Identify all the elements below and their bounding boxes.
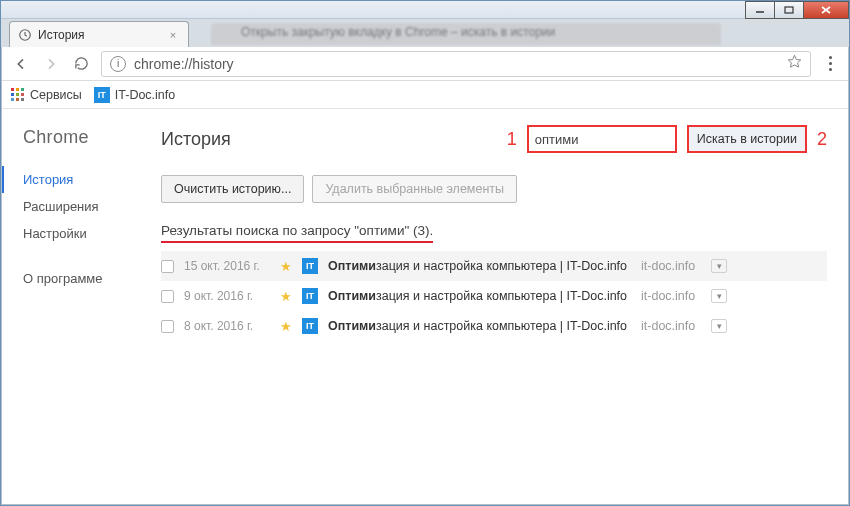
row-date: 8 окт. 2016 г. [184, 319, 270, 333]
row-domain: it-doc.info [641, 319, 695, 333]
bookmark-star-icon: ★ [280, 259, 292, 274]
svg-line-3 [822, 7, 830, 13]
address-bar[interactable]: i chrome://history [101, 51, 811, 77]
history-search-button[interactable]: Искать в истории [687, 125, 807, 153]
row-title: Оптимизация и настройка компьютера | IT-… [328, 289, 627, 303]
sidebar: Chrome История Расширения Настройки О пр… [1, 109, 151, 506]
sidebar-item-settings[interactable]: Настройки [23, 220, 151, 247]
bookmark-item[interactable]: IT IT-Doc.info [94, 87, 175, 103]
forward-button[interactable] [41, 54, 61, 74]
sidebar-item-label: О программе [23, 271, 103, 286]
brand-title: Chrome [23, 127, 151, 148]
history-main: История 1 Искать в истории 2 Очистить ис… [151, 109, 849, 506]
svg-marker-5 [788, 55, 801, 67]
apps-label: Сервисы [30, 88, 82, 102]
sidebar-item-label: Расширения [23, 199, 99, 214]
row-checkbox[interactable] [161, 320, 174, 333]
sidebar-item-label: Настройки [23, 226, 87, 241]
history-row[interactable]: 9 окт. 2016 г. ★ IT Оптимизация и настро… [161, 281, 827, 311]
row-date: 15 окт. 2016 г. [184, 259, 270, 273]
toolbar: i chrome://history [1, 47, 849, 81]
sidebar-item-history[interactable]: История [1, 166, 151, 193]
apps-shortcut[interactable]: Сервисы [11, 88, 82, 102]
sidebar-item-extensions[interactable]: Расширения [23, 193, 151, 220]
row-title: Оптимизация и настройка компьютера | IT-… [328, 319, 627, 333]
row-checkbox[interactable] [161, 290, 174, 303]
bookmark-star-icon: ★ [280, 289, 292, 304]
annotation-1: 1 [507, 129, 517, 150]
row-domain: it-doc.info [641, 259, 695, 273]
site-info-icon[interactable]: i [110, 56, 126, 72]
url-text: chrome://history [134, 56, 234, 72]
window-minimize-button[interactable] [745, 1, 775, 19]
window-controls [746, 1, 849, 19]
os-titlebar [1, 1, 849, 19]
row-title: Оптимизация и настройка компьютера | IT-… [328, 259, 627, 273]
it-favicon-icon: IT [302, 258, 318, 274]
row-checkbox[interactable] [161, 260, 174, 273]
history-icon [18, 28, 32, 42]
history-row[interactable]: 8 окт. 2016 г. ★ IT Оптимизация и настро… [161, 311, 827, 341]
svg-line-2 [822, 7, 830, 13]
sidebar-item-label: История [23, 172, 73, 187]
bookmarks-bar: Сервисы IT IT-Doc.info [1, 81, 849, 109]
row-actions-button[interactable]: ▾ [711, 289, 727, 303]
sidebar-item-about[interactable]: О программе [23, 265, 151, 292]
svg-rect-1 [785, 7, 793, 13]
settings-page: Chrome История Расширения Настройки О пр… [1, 109, 849, 506]
page-title: История [161, 129, 231, 150]
it-favicon-icon: IT [94, 87, 110, 103]
tab-strip: Открыть закрытую вкладку в Chrome – иска… [1, 19, 849, 47]
row-date: 9 окт. 2016 г. [184, 289, 270, 303]
search-results-summary: Результаты поиска по запросу "оптими" (3… [161, 223, 433, 243]
window-maximize-button[interactable] [774, 1, 804, 19]
window-close-button[interactable] [803, 1, 849, 19]
browser-window: Открыть закрытую вкладку в Chrome – иска… [0, 0, 850, 506]
it-favicon-icon: IT [302, 318, 318, 334]
apps-icon [11, 88, 25, 102]
history-list: 15 окт. 2016 г. ★ IT Оптимизация и настр… [161, 251, 827, 341]
tab-history[interactable]: История × [9, 21, 189, 47]
clear-history-button[interactable]: Очистить историю... [161, 175, 304, 203]
browser-menu-button[interactable] [821, 56, 839, 71]
background-tab-title: Открыть закрытую вкладку в Chrome – иска… [241, 25, 555, 39]
back-button[interactable] [11, 54, 31, 74]
bookmark-star-icon[interactable] [787, 54, 802, 73]
history-row[interactable]: 15 окт. 2016 г. ★ IT Оптимизация и настр… [161, 251, 827, 281]
reload-button[interactable] [71, 54, 91, 74]
row-actions-button[interactable]: ▾ [711, 259, 727, 273]
tab-close-button[interactable]: × [166, 28, 180, 42]
bookmark-label: IT-Doc.info [115, 88, 175, 102]
it-favicon-icon: IT [302, 288, 318, 304]
history-search-input[interactable] [527, 125, 677, 153]
delete-selected-button[interactable]: Удалить выбранные элементы [312, 175, 517, 203]
tab-title: История [38, 28, 85, 42]
row-actions-button[interactable]: ▾ [711, 319, 727, 333]
bookmark-star-icon: ★ [280, 319, 292, 334]
annotation-2: 2 [817, 129, 827, 150]
row-domain: it-doc.info [641, 289, 695, 303]
